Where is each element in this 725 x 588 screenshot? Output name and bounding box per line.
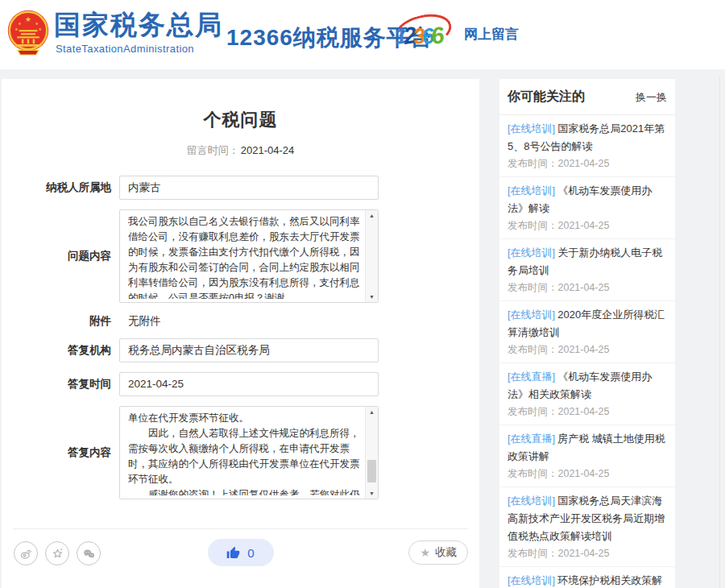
related-item: [在线直播]《机动车发票使用办法》相关政策解读 发布时间：2021-04-25 — [499, 363, 675, 425]
related-item-link[interactable]: [在线直播]《机动车发票使用办法》相关政策解读 — [508, 368, 667, 404]
star-icon — [51, 547, 64, 561]
org-name: 国家税务总局 — [54, 10, 223, 40]
sidebar-title: 你可能关注的 — [508, 89, 585, 106]
question-text: 我公司股东以自己名义去银行借款，然后又以同利率借给公司，没有赚取利息差价，股东去… — [128, 214, 362, 299]
related-item-link[interactable]: [在线培训]国家税务总局天津滨海高新技术产业开发区税务局近期增值税热点政策解读培… — [508, 492, 667, 545]
sidebar-header: 你可能关注的 换一换 — [499, 79, 675, 115]
field-row-question: 问题内容 我公司股东以自己名义去银行借款，然后又以同利率借给公司，没有赚取利息差… — [2, 209, 479, 303]
attachment-value: 无附件 — [119, 314, 161, 329]
item-date-value: 2021-04-25 — [558, 344, 610, 355]
svg-text:★: ★ — [35, 22, 39, 26]
question-scrollbar[interactable]: ▲ ▼ — [365, 210, 378, 302]
related-item: [在线培训]关于新办纳税人电子税务局培训 发布时间：2021-04-25 — [499, 239, 675, 301]
post-title: 个税问题 — [2, 108, 479, 132]
reply-org-label: 答复机构 — [2, 343, 119, 358]
item-tag: [在线培训] — [508, 308, 555, 321]
reply-textarea[interactable]: 单位在代开发票环节征收。 因此，自然人若取得上述文件规定的利息所得，需按每次收入… — [119, 406, 379, 499]
item-date-value: 2021-04-25 — [558, 220, 610, 231]
item-tag: [在线培训] — [508, 495, 555, 507]
item-date-value: 2021-04-25 — [558, 468, 610, 479]
field-row-reply-org: 答复机构 税务总局内蒙古自治区税务局 — [2, 338, 479, 362]
field-row-attachment: 附件 无附件 — [2, 314, 479, 329]
item-date: 发布时间：2021-04-25 — [508, 158, 667, 170]
card-footer: 0 ★ 收藏 — [13, 528, 468, 587]
reply-time-input[interactable]: 2021-04-25 — [119, 372, 379, 396]
wechat-icon — [82, 547, 96, 561]
org-name-english: StateTaxationAdministration — [56, 43, 194, 55]
reply-text: 单位在代开发票环节征收。 因此，自然人若取得上述文件规定的利息所得，需按每次收入… — [128, 411, 362, 495]
location-input[interactable]: 内蒙古 — [119, 176, 379, 200]
item-date: 发布时间：2021-04-25 — [508, 406, 667, 418]
related-item: [在线培训]2020年度企业所得税汇算清缴培训 发布时间：2021-04-25 — [499, 301, 675, 363]
question-textarea[interactable]: 我公司股东以自己名义去银行借款，然后又以同利率借给公司，没有赚取利息差价，股东去… — [119, 209, 379, 303]
svg-text:★: ★ — [25, 15, 31, 23]
reply-org-input[interactable]: 税务总局内蒙古自治区税务局 — [119, 338, 379, 362]
reply-time-label: 答复时间 — [2, 377, 119, 391]
scroll-down-icon[interactable]: ▼ — [366, 491, 378, 496]
like-count: 0 — [247, 546, 254, 560]
item-date: 发布时间：2021-04-25 — [508, 344, 667, 356]
related-sidebar: 你可能关注的 换一换 [在线培训]国家税务总局2021年第5、8号公告的解读 发… — [499, 79, 675, 588]
scroll-up-icon[interactable]: ▲ — [366, 213, 378, 218]
question-label: 问题内容 — [2, 249, 119, 263]
svg-text:★: ★ — [18, 22, 22, 26]
post-time-label: 留言时间： — [187, 144, 239, 156]
field-row-location: 纳税人所属地 内蒙古 — [2, 176, 479, 200]
related-item: [在线培训]环境保护税相关政策解读 发布时间： — [499, 567, 675, 588]
field-row-reply-time: 答复时间 2021-04-25 — [2, 372, 479, 396]
message-form: 纳税人所属地 内蒙古 问题内容 我公司股东以自己名义去银行借款，然后又以同利率借… — [2, 176, 479, 499]
related-item: [在线培训]国家税务总局2021年第5、8号公告的解读 发布时间：2021-04… — [499, 115, 675, 177]
favorite-star-icon: ★ — [420, 546, 430, 559]
page-scrollbar-line — [719, 77, 720, 588]
item-tag: [在线直播] — [508, 371, 555, 383]
refresh-list-button[interactable]: 换一换 — [636, 90, 667, 105]
related-item: [在线直播]房产税 城镇土地使用税政策讲解 发布时间：2021-04-25 — [499, 425, 675, 487]
related-item: [在线培训]国家税务总局天津滨海高新技术产业开发区税务局近期增值税热点政策解读培… — [499, 487, 675, 567]
item-date-value: 2021-04-25 — [558, 282, 610, 293]
favorite-label: 收藏 — [435, 545, 457, 560]
12366-colorful-logo: 12366 — [392, 14, 455, 57]
item-date-label: 发布时间： — [508, 158, 558, 169]
item-date: 发布时间：2021-04-25 — [508, 282, 667, 294]
wechat-share-button[interactable] — [77, 541, 101, 565]
related-item-link[interactable]: [在线培训]国家税务总局2021年第5、8号公告的解读 — [508, 120, 667, 155]
svg-text:★: ★ — [14, 27, 19, 31]
related-item-link[interactable]: [在线培训]关于新办纳税人电子税务局培训 — [508, 244, 667, 280]
weibo-share-button[interactable] — [14, 541, 38, 565]
item-date: 发布时间：2021-04-25 — [508, 220, 667, 232]
item-date-label: 发布时间： — [508, 344, 558, 355]
site-header: ★ ★ ★ ★ ★ 国家税务总局 StateTaxationAdministra… — [0, 0, 725, 69]
post-time-value: 2021-04-24 — [241, 144, 295, 156]
star-share-button[interactable] — [45, 541, 69, 565]
scroll-down-icon[interactable]: ▼ — [366, 294, 378, 300]
share-buttons — [14, 541, 101, 565]
nav-online-message-link[interactable]: 网上留言 — [464, 25, 519, 43]
weibo-icon — [19, 547, 33, 561]
favorite-button[interactable]: ★ 收藏 — [408, 540, 468, 565]
like-button[interactable]: 0 — [208, 539, 274, 566]
national-emblem-logo: ★ ★ ★ ★ ★ — [7, 7, 49, 60]
scroll-up-icon[interactable]: ▲ — [366, 409, 378, 415]
scrollbar-thumb[interactable] — [367, 460, 376, 482]
item-tag: [在线直播] — [508, 433, 555, 445]
related-item-link[interactable]: [在线直播]房产税 城镇土地使用税政策讲解 — [508, 430, 667, 466]
location-label: 纳税人所属地 — [2, 180, 119, 195]
item-date-value: 2021-04-25 — [558, 548, 610, 559]
related-item: [在线培训]《机动车发票使用办法》解读 发布时间：2021-04-25 — [499, 177, 675, 239]
item-date-value: 2021-04-25 — [558, 158, 610, 169]
message-detail-card: 个税问题 留言时间：2021-04-24 纳税人所属地 内蒙古 问题内容 我公司… — [2, 79, 479, 588]
item-date-label: 发布时间： — [508, 282, 558, 293]
item-date-label: 发布时间： — [508, 468, 558, 479]
item-date-label: 发布时间： — [508, 406, 558, 417]
svg-text:★: ★ — [38, 27, 42, 31]
related-item-link[interactable]: [在线培训]《机动车发票使用办法》解读 — [508, 182, 667, 217]
post-meta: 留言时间：2021-04-24 — [2, 143, 479, 158]
item-date-value: 2021-04-25 — [558, 406, 610, 417]
related-item-link[interactable]: [在线培训]环境保护税相关政策解读 — [508, 572, 667, 588]
item-tag: [在线培训] — [508, 122, 555, 135]
field-row-reply-content: 答复内容 单位在代开发票环节征收。 因此，自然人若取得上述文件规定的利息所得，需… — [2, 406, 479, 499]
reply-scrollbar[interactable]: ▲ ▼ — [365, 407, 378, 499]
related-item-link[interactable]: [在线培训]2020年度企业所得税汇算清缴培训 — [508, 306, 667, 342]
item-date: 发布时间：2021-04-25 — [508, 548, 667, 560]
reply-content-label: 答复内容 — [2, 445, 119, 460]
